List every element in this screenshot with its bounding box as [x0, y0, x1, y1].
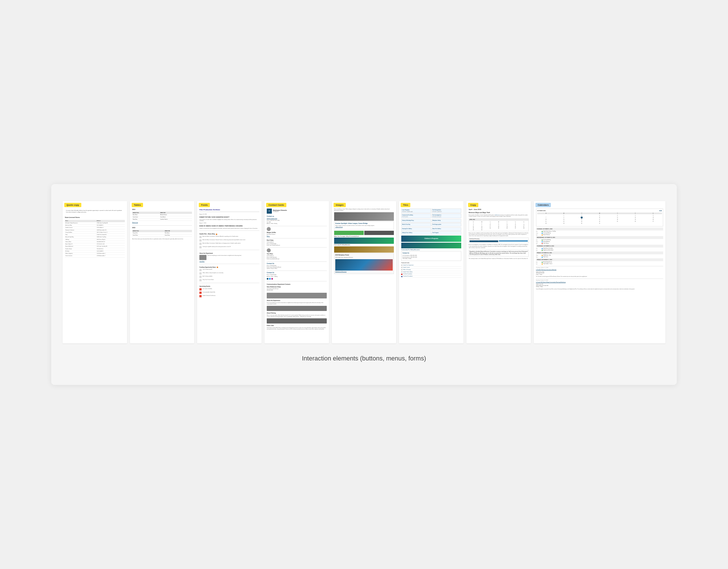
- feat-link-3[interactable]: Office of Housing: [401, 269, 461, 271]
- cal-day-22[interactable]: 22: [555, 220, 572, 222]
- cal-day-13[interactable]: 13: [644, 216, 662, 218]
- return-to-top-link[interactable]: Return to top: [132, 222, 192, 223]
- feed-date-2: August 7, 2018: [199, 222, 259, 224]
- event-detail-link-1[interactable]: is Seattle Planning Commission Meeting: [536, 269, 663, 270]
- tile-7[interactable]: Work & Your Day: [401, 223, 431, 226]
- panel-tables: Tables 2014 SHOW TITLE DIRECTOR Best Sho…: [130, 201, 195, 344]
- cal-day-9[interactable]: 9: [581, 216, 583, 218]
- shows-table-2: SHOW TITLEDIRECTOR Group OneFilm Name Go…: [132, 230, 192, 237]
- more-link-megan[interactable]: More +: [267, 235, 327, 237]
- panel-contact-cards: Contact Cards WF Washington Filmworks Fi…: [264, 201, 329, 344]
- tile-9[interactable]: Housing Fire Gallery: [401, 227, 431, 231]
- title-megan: Executive Producer: [267, 234, 327, 235]
- facebook-icon[interactable]: [267, 278, 268, 279]
- feat-link-2[interactable]: Seattle Central: [401, 266, 461, 269]
- back-to-top-link[interactable]: ↑ Back to the top: [335, 226, 393, 228]
- main-image-1: [334, 212, 394, 221]
- cal-day-23[interactable]: 23: [573, 220, 590, 222]
- cal-day-1[interactable]: 1: [555, 214, 572, 216]
- contact-us-2-info: Phone: 206-960-0955 Address: Office - Ma…: [267, 274, 327, 277]
- cal-day-7[interactable]: 7: [537, 216, 555, 218]
- publications-link[interactable]: Publications & Resources: [335, 271, 393, 272]
- cal-day-14[interactable]: 14: [537, 218, 555, 220]
- cal-day-3[interactable]: 3: [591, 214, 608, 216]
- cal-day-28[interactable]: 28: [537, 222, 555, 224]
- cal-day-17[interactable]: 17: [591, 218, 608, 220]
- feat-link-5[interactable]: YouTube Foundation: [401, 273, 461, 275]
- event-bar-12: [542, 263, 543, 264]
- table-row: Helen's Meet1543 NW 58TH ST: [65, 241, 125, 243]
- label-feeds: Feeds: [199, 203, 210, 207]
- cal-day-6[interactable]: 6: [644, 214, 662, 216]
- cal-day-15[interactable]: 15: [555, 218, 572, 220]
- next-arrow[interactable]: ▶: [661, 210, 662, 212]
- cal-day-12[interactable]: 12: [626, 216, 644, 218]
- cal-day-25[interactable]: 25: [609, 220, 626, 222]
- music-item-2: Meet the Music Commission: Ricardo Foste…: [199, 239, 259, 241]
- cal-day-2[interactable]: 2: [573, 214, 590, 216]
- cal-day-24[interactable]: 24: [591, 220, 608, 222]
- cal-day-21[interactable]: 21: [537, 220, 555, 222]
- dept-img-3: [267, 319, 327, 324]
- cal-day-31[interactable]: 31: [591, 222, 608, 224]
- feat-link-4[interactable]: Seattle Public Utilities: [401, 271, 461, 273]
- event-3: Seattle Outreach Conference: [199, 295, 259, 297]
- event-detail-link-2[interactable]: is Crown Hill Urban Village Community Pl…: [536, 281, 663, 283]
- tile-8[interactable]: Pre-Design update: [432, 223, 461, 226]
- poster-title: 2018 Workplace Poster: [335, 254, 393, 256]
- main-container: Quote copy It ensures that all Seattle c…: [51, 184, 677, 385]
- cal-day-20[interactable]: 20: [644, 218, 662, 220]
- featured-links-title: Featured Links: [401, 262, 461, 264]
- dashboard-link[interactable]: dashboard: [495, 214, 500, 216]
- cal-day-30[interactable]: 30: [573, 222, 590, 224]
- instagram-icon[interactable]: [271, 278, 273, 279]
- contact-content: WF Washington Filmworks Film Alliance Co…: [264, 201, 329, 333]
- prev-arrow[interactable]: ◀: [659, 210, 660, 212]
- walker-title: Walker Tour, Farmington Valley & Communi…: [334, 236, 394, 237]
- youtube-icon: [401, 274, 402, 275]
- submit-request-link[interactable]: Submit a request online: [267, 218, 327, 219]
- event-bar-1: [542, 231, 543, 232]
- cal-day-29[interactable]: 29: [555, 222, 572, 224]
- cal-day-11[interactable]: 11: [609, 216, 626, 218]
- stores-table-section: State-Licensed Stores Name Address A Gre…: [65, 216, 125, 257]
- tile-2-title: Fire Extinguishers: [433, 209, 460, 211]
- tile-10[interactable]: Home Fire Gallery: [432, 227, 461, 231]
- dash-grid: [470, 240, 528, 242]
- poster-image: [335, 259, 393, 270]
- cal-day-27[interactable]: 27: [644, 220, 662, 222]
- name-megan: Megan Griffin: [267, 231, 327, 233]
- cal-day-10[interactable]: 10: [591, 216, 608, 218]
- event-tue-9-2: 11am Community Meeting: [536, 233, 663, 234]
- tile-2[interactable]: Fire Extinguishers Information, applicat…: [432, 208, 461, 213]
- tile-12[interactable]: Fire Program: [432, 231, 461, 235]
- feeds-content: Film Production Archives August 19, 2018…: [197, 201, 262, 301]
- cal-day-26[interactable]: 26: [626, 220, 644, 222]
- tile-3[interactable]: Community Fire Safety Fire Prevention: [401, 214, 431, 218]
- calendar-icon-4: [199, 246, 202, 248]
- children-banner[interactable]: Children's Programs: [401, 235, 461, 242]
- feat-link-1[interactable]: Seattle Fire Department: [401, 264, 461, 266]
- dash-bar-2: [499, 240, 528, 241]
- tile-11[interactable]: Safety & Your Gallery: [401, 231, 431, 235]
- cal-day-19[interactable]: 19: [626, 218, 644, 220]
- twitter-icon[interactable]: [269, 278, 271, 279]
- cal-day-18[interactable]: 18: [609, 218, 626, 220]
- year-header: 2014: [132, 208, 192, 210]
- cal-day-16[interactable]: 16: [573, 218, 590, 220]
- feat-link-6[interactable]: Facebook Foundation: [401, 275, 461, 278]
- copy-subtitle: Minimum Wage and Wage Theft: [469, 212, 529, 214]
- table-row: American Way122 4th AVE N: [65, 224, 125, 227]
- tile-5[interactable]: History & Briefing Policy: [401, 219, 431, 222]
- cal-days-grid: 1 2 3 4 5 6 7 8 9 10 11 12 13 14: [537, 214, 662, 224]
- learn-more-link[interactable]: Learn More: [199, 261, 259, 262]
- copy-content: April - June 2018 Minimum Wage and Wage …: [466, 201, 531, 262]
- tile-4[interactable]: Fire Investigations Information and repo…: [432, 214, 461, 218]
- feed-text-2: Seattle's musical scene has navigated th…: [199, 228, 259, 229]
- cal-day-5[interactable]: 5: [626, 214, 644, 216]
- cal-day-8[interactable]: 8: [555, 216, 572, 218]
- tile-6[interactable]: Workplace Safety: [432, 219, 461, 222]
- cal-day-4[interactable]: 4: [609, 214, 626, 216]
- tile-1[interactable]: Loan Programs Information, eligibility, …: [401, 208, 431, 213]
- table-row: Seattle Connect1726 4th Ave S: [65, 227, 125, 229]
